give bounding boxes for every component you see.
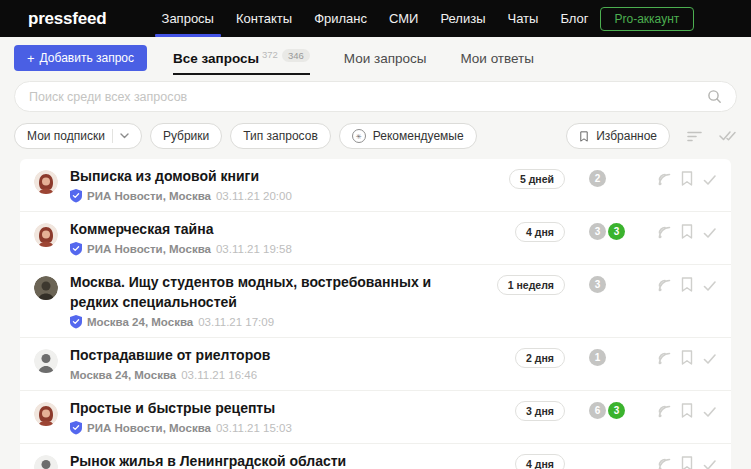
request-source[interactable]: РИА Новости, Москва — [87, 422, 211, 434]
bookmark-icon[interactable] — [680, 456, 694, 469]
verified-icon — [70, 242, 82, 256]
verified-icon — [70, 189, 82, 203]
rss-icon[interactable] — [657, 172, 671, 186]
avatar[interactable] — [34, 455, 58, 469]
add-request-button[interactable]: + Добавить запрос — [14, 45, 147, 71]
request-title[interactable]: Рынок жилья в Ленинградской области — [70, 451, 467, 469]
pill-divider — [112, 129, 113, 143]
bookmark-icon[interactable] — [680, 350, 694, 365]
request-source[interactable]: Москва 24, Москва — [87, 316, 193, 328]
nav-item-releases[interactable]: Релизы — [429, 0, 496, 37]
bookmark-icon[interactable] — [680, 403, 694, 418]
rss-icon[interactable] — [657, 225, 671, 239]
request-title[interactable]: Выписка из домовой книги — [70, 166, 467, 186]
bookmark-icon — [579, 130, 589, 143]
nav-item-requests[interactable]: Запросы — [151, 0, 225, 37]
add-request-label: Добавить запрос — [40, 51, 134, 65]
favorites-label: Избранное — [596, 129, 657, 143]
star-circle-icon: ✳ — [352, 129, 366, 143]
deadline-badge: 1 неделя — [497, 275, 565, 295]
request-source[interactable]: Москва 24, Москва — [70, 369, 176, 381]
count-badge-green: 3 — [608, 223, 625, 240]
request-list: Выписка из домовой книги РИА Новости, Мо… — [20, 159, 731, 469]
check-icon[interactable] — [703, 279, 717, 291]
nav-item-blog[interactable]: Блог — [549, 0, 599, 37]
request-row[interactable]: Москва. Ищу студентов модных, востребова… — [20, 265, 731, 338]
double-check-icon[interactable] — [719, 130, 737, 142]
bookmark-icon[interactable] — [680, 171, 694, 186]
request-row[interactable]: Простые и быстрые рецепты РИА Новости, М… — [20, 391, 731, 444]
tab-all-pill-count: 346 — [282, 49, 310, 62]
filter-row: Мои подписки Рубрики Тип запросов ✳ Реко… — [14, 123, 737, 149]
filter-request-types[interactable]: Тип запросов — [230, 123, 331, 149]
tab-all-sup-count: 372 — [262, 49, 278, 60]
request-row[interactable]: Выписка из домовой книги РИА Новости, Мо… — [20, 159, 731, 212]
avatar[interactable] — [34, 402, 58, 426]
plus-icon: + — [27, 52, 35, 65]
favorites-button[interactable]: Избранное — [566, 123, 670, 149]
sort-icon[interactable] — [687, 131, 702, 142]
avatar[interactable] — [34, 170, 58, 194]
request-datetime: 03.11.21 19:58 — [216, 243, 292, 255]
toolbar: + Добавить запрос Все запросы 372 346 Мо… — [0, 37, 751, 77]
nav-item-contacts[interactable]: Контакты — [225, 0, 303, 37]
avatar[interactable] — [34, 349, 58, 373]
request-datetime: 03.11.21 17:09 — [198, 316, 274, 328]
deadline-badge: 2 дня — [515, 348, 565, 368]
check-icon[interactable] — [703, 226, 717, 238]
check-icon[interactable] — [703, 173, 717, 185]
deadline-badge: 4 дня — [515, 454, 565, 469]
pro-account-button[interactable]: Pro-аккаунт — [600, 7, 695, 31]
bookmark-icon[interactable] — [680, 224, 694, 239]
tab-all-requests[interactable]: Все запросы 372 346 — [173, 51, 310, 66]
request-source[interactable]: РИА Новости, Москва — [87, 243, 211, 255]
tab-my-answers[interactable]: Мои ответы — [460, 51, 534, 66]
verified-icon — [70, 421, 82, 435]
request-row[interactable]: Коммерческая тайна РИА Новости, Москва 0… — [20, 212, 731, 265]
filter-recommended[interactable]: ✳ Рекомендуемые — [339, 123, 477, 149]
rss-icon[interactable] — [657, 351, 671, 365]
main-nav: Запросы Контакты Фриланс СМИ Релизы Чаты… — [151, 0, 600, 37]
deadline-badge: 3 дня — [515, 401, 565, 421]
check-icon[interactable] — [703, 405, 717, 417]
search-bar — [14, 81, 737, 112]
request-source[interactable]: РИА Новости, Москва — [87, 190, 211, 202]
request-title[interactable]: Простые и быстрые рецепты — [70, 398, 467, 418]
count-badge-gray: 3 — [589, 223, 606, 240]
deadline-badge: 5 дней — [509, 169, 565, 189]
top-header: pressfeed Запросы Контакты Фриланс СМИ Р… — [0, 0, 751, 37]
filter-subscriptions[interactable]: Мои подписки — [14, 123, 142, 149]
request-datetime: 03.11.21 15:03 — [216, 422, 292, 434]
request-title[interactable]: Москва. Ищу студентов модных, востребова… — [70, 272, 467, 312]
request-datetime: 03.11.21 20:00 — [216, 190, 292, 202]
deadline-badge: 4 дня — [515, 222, 565, 242]
bookmark-icon[interactable] — [680, 277, 694, 292]
request-title[interactable]: Пострадавшие от риелторов — [70, 345, 467, 365]
filter-recommended-label: Рекомендуемые — [373, 129, 464, 143]
nav-item-freelance[interactable]: Фриланс — [303, 0, 378, 37]
avatar[interactable] — [34, 276, 58, 300]
count-badge-gray: 2 — [589, 170, 606, 187]
count-badge-green: 3 — [608, 402, 625, 419]
search-input[interactable] — [29, 90, 707, 104]
check-icon[interactable] — [703, 458, 717, 469]
tab-all-label: Все запросы — [173, 51, 259, 66]
rss-icon[interactable] — [657, 404, 671, 418]
filter-rubrics[interactable]: Рубрики — [150, 123, 222, 149]
request-row[interactable]: Пострадавшие от риелторов Москва 24, Мос… — [20, 338, 731, 391]
tab-my-requests[interactable]: Мои запросы — [344, 51, 427, 66]
avatar[interactable] — [34, 223, 58, 247]
search-icon[interactable] — [707, 89, 722, 104]
chevron-down-icon — [120, 133, 129, 139]
rss-icon[interactable] — [657, 278, 671, 292]
pressfeed-logo[interactable]: pressfeed — [28, 9, 107, 29]
request-tabs: Все запросы 372 346 Мои запросы Мои отве… — [173, 51, 534, 66]
nav-item-chats[interactable]: Чаты — [496, 0, 549, 37]
rss-icon[interactable] — [657, 457, 671, 469]
check-icon[interactable] — [703, 352, 717, 364]
filter-subscriptions-label: Мои подписки — [27, 129, 105, 143]
nav-item-media[interactable]: СМИ — [378, 0, 429, 37]
request-datetime: 03.11.21 16:46 — [181, 369, 257, 381]
request-row[interactable]: Рынок жилья в Ленинградской области Комм… — [20, 444, 731, 469]
request-title[interactable]: Коммерческая тайна — [70, 219, 467, 239]
